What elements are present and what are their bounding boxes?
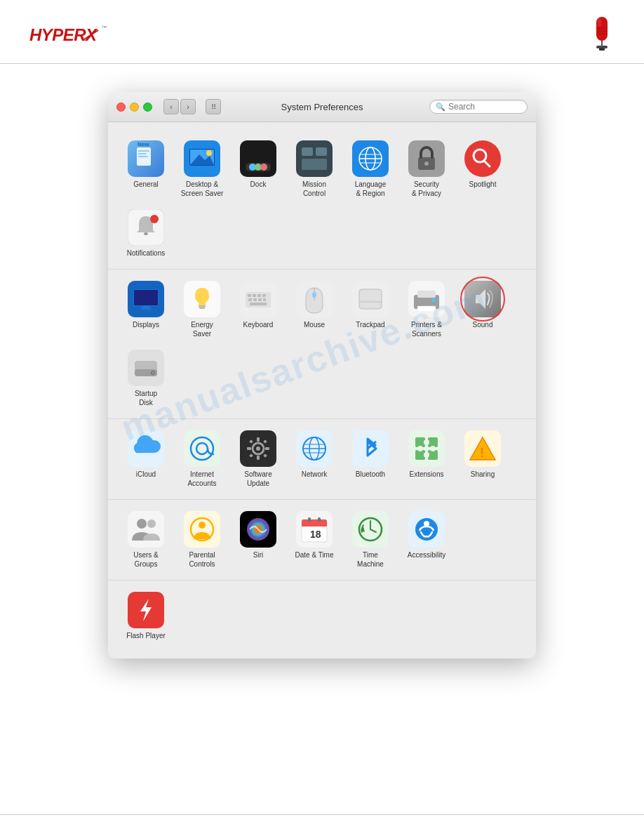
- mouse-label: Mouse: [304, 320, 325, 329]
- pref-users[interactable]: Users &Groups: [119, 507, 173, 573]
- search-box[interactable]: 🔍: [429, 100, 528, 114]
- icloud-label: iCloud: [136, 470, 156, 479]
- svg-point-121: [147, 519, 156, 528]
- spotlight-icon: [464, 140, 501, 177]
- svg-rect-60: [262, 294, 266, 297]
- flash-player-label: Flash Player: [126, 631, 166, 640]
- svg-rect-94: [265, 447, 269, 450]
- svg-point-120: [137, 519, 147, 529]
- svg-rect-111: [428, 450, 438, 460]
- mic-icon-container: [588, 13, 616, 55]
- svg-point-68: [312, 292, 316, 298]
- page-header: HYPER X ™: [0, 0, 644, 64]
- mission-label: MissionControl: [302, 180, 326, 198]
- mission-icon: [296, 140, 333, 177]
- forward-button[interactable]: ›: [180, 99, 196, 114]
- trackpad-label: Trackpad: [356, 320, 384, 329]
- svg-rect-23: [240, 140, 276, 177]
- extensions-label: Extensions: [410, 470, 444, 479]
- svg-point-112: [424, 439, 429, 445]
- pref-dock[interactable]: Dock: [232, 136, 285, 202]
- pref-general[interactable]: New General: [119, 136, 173, 202]
- svg-rect-62: [253, 298, 257, 301]
- users-icon: [128, 511, 164, 548]
- pref-bluetooth[interactable]: Bluetooth: [344, 426, 397, 492]
- back-button[interactable]: ‹: [163, 99, 179, 114]
- pref-date-time[interactable]: 18 Date & Time: [288, 507, 341, 573]
- svg-point-41: [464, 140, 501, 177]
- pref-siri[interactable]: Siri: [232, 507, 285, 573]
- pref-security[interactable]: Security& Privacy: [400, 136, 453, 202]
- svg-rect-77: [464, 281, 501, 317]
- pref-time-machine[interactable]: TimeMachine: [344, 507, 397, 573]
- pref-language[interactable]: Language& Region: [344, 136, 397, 202]
- pref-internet-accounts[interactable]: InternetAccounts: [175, 426, 229, 492]
- svg-text:™: ™: [101, 25, 107, 31]
- printers-label: Printers &Scanners: [411, 320, 442, 338]
- svg-rect-54: [199, 307, 205, 309]
- preferences-body: New General: [108, 122, 536, 658]
- pref-spotlight[interactable]: Spotlight: [456, 136, 509, 202]
- pref-accessibility[interactable]: Accessibility: [400, 507, 453, 573]
- pref-startup[interactable]: StartupDisk: [119, 345, 173, 411]
- pref-parental[interactable]: ParentalControls: [175, 507, 229, 573]
- svg-rect-119: [128, 511, 164, 548]
- language-icon: [352, 140, 389, 177]
- personal-section: New General: [108, 129, 536, 270]
- svg-text:HYPER: HYPER: [29, 25, 86, 44]
- grid-button[interactable]: ⠿: [206, 99, 221, 114]
- pref-sharing[interactable]: ! Sharing: [456, 426, 509, 492]
- svg-point-40: [424, 161, 429, 166]
- pref-keyboard[interactable]: Keyboard: [232, 277, 285, 343]
- svg-rect-29: [302, 147, 313, 156]
- svg-rect-74: [417, 291, 436, 298]
- close-button[interactable]: [116, 102, 126, 112]
- pref-notifications[interactable]: Notifications: [119, 205, 173, 262]
- printers-icon: [408, 281, 445, 317]
- pref-mission[interactable]: MissionControl: [288, 136, 341, 202]
- svg-rect-53: [199, 305, 206, 307]
- svg-rect-31: [302, 159, 327, 170]
- svg-rect-122: [184, 511, 220, 548]
- svg-point-114: [424, 452, 429, 458]
- title-bar: ‹ › ⠿ System Preferences 🔍: [108, 92, 536, 122]
- svg-rect-61: [248, 298, 252, 301]
- siri-icon: [240, 511, 276, 548]
- svg-rect-65: [250, 303, 267, 305]
- pref-extensions[interactable]: Extensions: [400, 426, 453, 492]
- hardware-section: Displays EnergySaver: [108, 270, 536, 419]
- pref-software-update[interactable]: SoftwareUpdate: [232, 426, 285, 492]
- maximize-button[interactable]: [143, 102, 152, 112]
- dock-icon: [240, 140, 276, 177]
- language-label: Language& Region: [355, 180, 387, 198]
- pref-flash-player[interactable]: Flash Player: [119, 588, 173, 644]
- software-update-label: SoftwareUpdate: [244, 470, 271, 488]
- pref-network[interactable]: Network: [288, 426, 341, 492]
- pref-printers[interactable]: Printers &Scanners: [400, 277, 453, 343]
- pref-sound[interactable]: Sound: [456, 277, 509, 343]
- users-label: Users &Groups: [133, 550, 159, 569]
- pref-energy[interactable]: EnergySaver: [175, 277, 229, 343]
- svg-text:!: !: [480, 446, 484, 460]
- svg-rect-59: [257, 294, 261, 297]
- pref-desktop[interactable]: Desktop &Screen Saver: [175, 136, 229, 202]
- pref-displays[interactable]: Displays: [119, 277, 173, 343]
- parental-label: ParentalControls: [189, 550, 215, 569]
- svg-rect-108: [415, 437, 425, 447]
- sharing-label: Sharing: [471, 470, 495, 479]
- search-input[interactable]: [448, 102, 521, 112]
- desktop-icon: [184, 140, 220, 177]
- sound-icon: [464, 281, 501, 317]
- svg-point-27: [260, 164, 267, 171]
- svg-point-46: [150, 215, 159, 223]
- svg-point-113: [430, 446, 436, 451]
- minimize-button[interactable]: [130, 102, 139, 112]
- pref-trackpad[interactable]: Trackpad: [344, 277, 397, 343]
- accessibility-label: Accessibility: [408, 550, 445, 560]
- security-icon: [408, 140, 445, 177]
- pref-mouse[interactable]: Mouse: [288, 277, 341, 343]
- svg-rect-15: [138, 153, 147, 154]
- pref-icloud[interactable]: iCloud: [119, 426, 173, 492]
- parental-icon: [184, 511, 220, 548]
- svg-text:New: New: [137, 141, 149, 147]
